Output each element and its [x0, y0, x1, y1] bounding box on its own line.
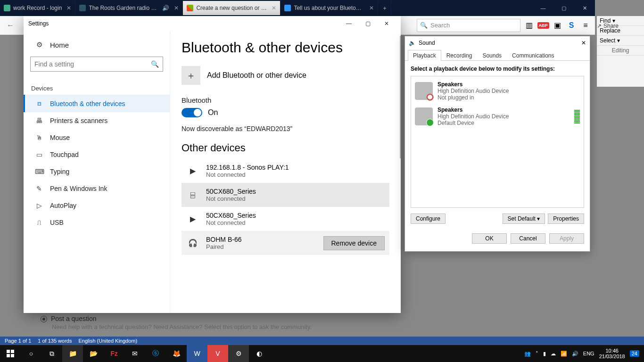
device-icon: ▶	[186, 213, 199, 226]
nav-mouse[interactable]: 🖱Mouse	[24, 129, 170, 146]
favicon-icon	[284, 5, 291, 11]
tab-communications[interactable]: Communications	[507, 50, 559, 61]
set-default-button[interactable]: Set Default ▾	[503, 214, 545, 224]
bluetooth-icon: ⧈	[35, 99, 43, 107]
nav-home[interactable]: ⚙Home	[24, 36, 170, 54]
battery-icon[interactable]: ▮	[543, 351, 546, 357]
browser-tab-active[interactable]: Create a new question or start✕	[183, 1, 281, 15]
discoverable-text: Now discoverable as “EDWARD2013”	[182, 125, 389, 132]
extension-icon[interactable]: S	[566, 20, 577, 31]
sidebar-icon[interactable]: ▣	[552, 20, 563, 31]
radio-selected-icon[interactable]	[41, 316, 47, 322]
close-tab-icon[interactable]: ✕	[174, 5, 179, 11]
language-indicator[interactable]: English (United Kingdom)	[78, 338, 137, 344]
browser-tab[interactable]: work Record - login✕	[0, 1, 75, 15]
nav-typing[interactable]: ⌨Typing	[24, 163, 170, 180]
nav-usb[interactable]: ⎍USB	[24, 214, 170, 231]
add-device-label[interactable]: Add Bluetooth or other device	[207, 71, 306, 80]
playback-device[interactable]: Speakers High Definition Audio Device No…	[413, 78, 582, 104]
remove-device-button[interactable]: Remove device	[323, 236, 385, 250]
nav-touchpad[interactable]: ▭Touchpad	[24, 146, 170, 163]
share-button[interactable]: ↗ Share	[597, 19, 644, 33]
nav-printers[interactable]: 🖶Printers & scanners	[24, 112, 170, 129]
keyboard-icon: ⌨	[35, 168, 43, 175]
taskbar-app-settings[interactable]: ⚙	[228, 345, 249, 362]
minimize-button[interactable]: ―	[533, 1, 553, 15]
people-icon[interactable]: 👥	[524, 351, 531, 357]
scrollbar[interactable]	[400, 36, 401, 158]
task-view-button[interactable]: ⧉	[41, 345, 62, 362]
back-button[interactable]: ←	[4, 19, 17, 32]
svg-rect-0	[7, 350, 10, 353]
tab-playback[interactable]: Playback	[408, 50, 441, 61]
close-tab-icon[interactable]: ✕	[369, 5, 374, 11]
taskbar-app-skype[interactable]: ⓢ	[145, 345, 166, 362]
tab-recording[interactable]: Recording	[441, 50, 478, 61]
minimize-button[interactable]: ―	[339, 20, 358, 27]
abp-icon[interactable]: ABP	[537, 20, 549, 31]
close-button[interactable]: ✕	[581, 40, 586, 46]
tray-chevron-icon[interactable]: ˄	[536, 351, 538, 357]
taskbar-app[interactable]: ◐	[249, 345, 270, 362]
page-indicator[interactable]: Page 1 of 1	[5, 338, 31, 344]
nav-bluetooth[interactable]: ⧈Bluetooth & other devices	[24, 95, 170, 112]
library-icon[interactable]: ▥	[523, 20, 535, 31]
maximize-button[interactable]: ▢	[553, 1, 574, 15]
device-item[interactable]: ▶ 50CX680_SeriesNot connected	[182, 207, 389, 231]
nav-autoplay[interactable]: ▷AutoPlay	[24, 197, 170, 214]
menu-button[interactable]: ≡	[580, 20, 591, 31]
select-menu[interactable]: Select	[600, 37, 615, 44]
playback-device-list[interactable]: Speakers High Definition Audio Device No…	[411, 76, 584, 208]
taskbar-app-firefox[interactable]: 🦊	[166, 345, 187, 362]
taskbar-app-filezilla[interactable]: Fz	[104, 345, 124, 362]
onedrive-icon[interactable]: ☁	[551, 351, 556, 357]
taskbar-app-word[interactable]: W	[187, 345, 207, 362]
cancel-button[interactable]: Cancel	[511, 233, 545, 244]
volume-icon[interactable]: 🔊	[572, 351, 578, 357]
taskbar-app[interactable]: ✉	[124, 345, 145, 362]
cortana-button[interactable]: ○	[21, 345, 41, 362]
device-item-expanded[interactable]: 🎧 BOHM B-66Paired Remove device	[182, 231, 389, 255]
ok-button[interactable]: OK	[472, 233, 507, 244]
action-center-icon[interactable]: 24	[630, 350, 639, 357]
taskbar-app[interactable]: 📂	[83, 345, 104, 362]
svg-rect-3	[11, 354, 14, 357]
word-count[interactable]: 1 of 135 words	[38, 338, 72, 344]
tab-sounds[interactable]: Sounds	[477, 50, 507, 61]
bluetooth-toggle[interactable]	[182, 108, 202, 117]
add-device-button[interactable]: ＋	[182, 66, 200, 85]
start-button[interactable]	[0, 345, 21, 362]
settings-search-input[interactable]: Find a setting🔍	[30, 57, 163, 72]
browser-tab-strip: work Record - login✕ The Roots Garden ra…	[0, 0, 595, 16]
close-button[interactable]: ✕	[377, 20, 396, 27]
taskbar-app[interactable]: 📁	[62, 345, 83, 362]
clock[interactable]: 10:4621/03/2018	[599, 348, 625, 359]
close-window-button[interactable]: ✕	[574, 1, 595, 15]
other-devices-header: Other devices	[182, 142, 389, 154]
word-status-bar: Page 1 of 1 1 of 135 words English (Unit…	[0, 337, 644, 345]
browser-tab[interactable]: The Roots Garden radio sho🔊✕	[75, 1, 183, 15]
autoplay-icon: ▷	[35, 202, 43, 209]
properties-button[interactable]: Properties	[548, 214, 584, 224]
taskbar-app-vivaldi[interactable]: V	[207, 345, 228, 362]
playback-device-default[interactable]: Speakers High Definition Audio Device De…	[413, 104, 582, 129]
search-input[interactable]: 🔍Search	[417, 19, 520, 32]
language-indicator[interactable]: ENG	[583, 351, 594, 356]
usb-icon: ⎍	[35, 219, 43, 226]
browser-tab[interactable]: Tell us about your Bluetooth pr✕	[281, 1, 378, 15]
bluetooth-state: On	[208, 108, 218, 117]
new-tab-button[interactable]: ＋	[378, 1, 391, 15]
maximize-button[interactable]: ▢	[358, 20, 377, 27]
configure-button[interactable]: Configure	[411, 214, 446, 224]
pen-icon: ✎	[35, 185, 43, 192]
close-tab-icon[interactable]: ✕	[66, 5, 71, 11]
close-tab-icon[interactable]: ✕	[272, 5, 276, 11]
post-question-option[interactable]: Post a question Need help with a technic…	[41, 315, 312, 330]
apply-button[interactable]: Apply	[549, 233, 584, 244]
audio-icon[interactable]: 🔊	[162, 5, 169, 11]
nav-pen[interactable]: ✎Pen & Windows Ink	[24, 180, 170, 197]
device-item-selected[interactable]: ⌸ 50CX680_SeriesNot connected	[182, 183, 389, 207]
wifi-icon[interactable]: 📶	[561, 351, 567, 357]
device-item[interactable]: ▶ 192.168.1.8 - Sonos PLAY:1Not connecte…	[182, 159, 389, 183]
svg-rect-1	[11, 350, 14, 353]
